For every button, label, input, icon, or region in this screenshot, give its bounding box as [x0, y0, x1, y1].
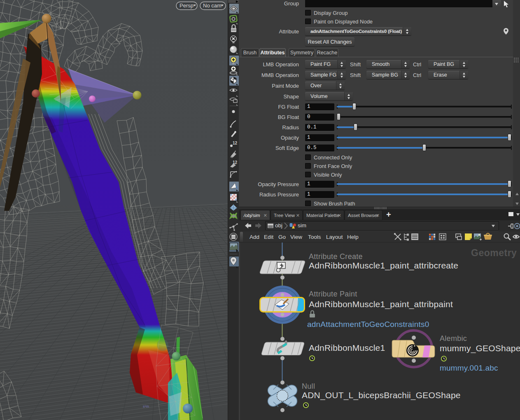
svg-text:mummy_GEOShape: mummy_GEOShape	[440, 343, 520, 353]
svg-text:Attribute Paint: Attribute Paint	[309, 290, 357, 298]
svg-text:Attribute Create: Attribute Create	[309, 252, 363, 261]
svg-text:Persp: Persp	[180, 2, 194, 9]
svg-text:Null: Null	[302, 382, 315, 390]
svg-text:AdnRibbonMuscle1: AdnRibbonMuscle1	[309, 343, 385, 352]
svg-text:Geometry: Geometry	[471, 247, 517, 258]
svg-text:12: 12	[233, 141, 238, 145]
svg-text:AdnRibbonMuscle1_paint_attribp: AdnRibbonMuscle1_paint_attribpaint	[309, 299, 453, 309]
svg-text:s¹m: s¹m	[143, 404, 149, 408]
svg-text:AdnRibbonMuscle1_paint_attribc: AdnRibbonMuscle1_paint_attribcreate	[309, 261, 458, 271]
svg-text:adnAttachmentToGeoConstraints0: adnAttachmentToGeoConstraints0	[307, 320, 429, 329]
svg-text:mummy.001.abc: mummy.001.abc	[440, 364, 498, 372]
svg-text:12: 12	[233, 160, 238, 165]
svg-text:No cam: No cam	[203, 2, 222, 9]
svg-text:Alembic: Alembic	[440, 334, 467, 343]
svg-text:ADN_OUT_L_bicepsBrachii_GEOSha: ADN_OUT_L_bicepsBrachii_GEOShape	[302, 390, 461, 400]
